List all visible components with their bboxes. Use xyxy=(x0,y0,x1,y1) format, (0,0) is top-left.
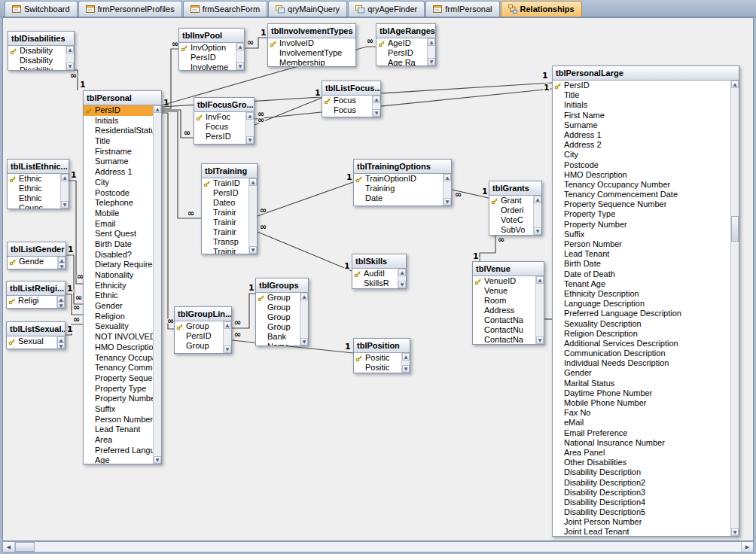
field-address[interactable]: Address xyxy=(473,306,535,315)
table-tblposition[interactable]: tblPositionPositicPositic▲▼ xyxy=(353,338,410,373)
field-counc[interactable]: Counc xyxy=(8,203,60,209)
field-ethnic[interactable]: Ethnic xyxy=(8,184,60,193)
field-grant[interactable]: Grant xyxy=(489,196,533,205)
field-contactna[interactable]: ContactNa xyxy=(473,315,535,325)
field-disability[interactable]: Disability xyxy=(8,46,66,56)
table-scrollbar[interactable]: ▲▼ xyxy=(401,353,410,373)
field-preferred-language-description[interactable]: Preferred Language Description xyxy=(553,309,730,318)
table-title[interactable]: tblInvolvementTypes xyxy=(268,24,355,38)
table-title[interactable]: tblFocusGro... xyxy=(194,98,254,112)
scroll-down-button[interactable]: ▼ xyxy=(373,109,380,117)
field-marital-status[interactable]: Marital Status xyxy=(553,379,730,388)
field-gender[interactable]: Gender xyxy=(84,301,153,312)
table-title[interactable]: tblListFocus... xyxy=(322,81,380,96)
field-first-name[interactable]: First Name xyxy=(553,111,730,120)
scroll-down-button[interactable]: ▼ xyxy=(246,136,254,144)
field-invoption[interactable]: InvOption xyxy=(179,43,236,53)
field-property-type[interactable]: Property Type xyxy=(84,384,153,394)
table-scrollbar[interactable]: ▲▼ xyxy=(398,269,406,288)
field-age-ra[interactable]: Age Ra xyxy=(376,58,427,65)
field-transp[interactable]: Transp xyxy=(202,237,248,247)
field-hmo-description[interactable]: HMO Description xyxy=(553,170,730,180)
field-auditi[interactable]: AuditI xyxy=(352,269,398,279)
field-involveme[interactable]: Involveme xyxy=(179,62,236,70)
field-involveid[interactable]: InvolveID xyxy=(268,38,355,48)
field-other-disabilities[interactable]: Other Disabilities xyxy=(553,458,730,467)
scroll-up-button[interactable]: ▲ xyxy=(58,257,66,263)
field-trainir[interactable]: Trainir xyxy=(202,208,248,218)
field-date-of-death[interactable]: Date of Death xyxy=(553,269,730,279)
tab-qrymainquery[interactable]: qryMainQuery xyxy=(268,1,347,17)
table-title[interactable]: tblPersonalLarge xyxy=(553,66,739,81)
table-title[interactable]: tblInvPool xyxy=(179,29,244,43)
field-ageid[interactable]: AgeID xyxy=(376,38,427,48)
field-group[interactable]: Group xyxy=(256,293,300,303)
field-individual-needs-description[interactable]: Individual Needs Description xyxy=(553,358,730,368)
field-persid[interactable]: PersID xyxy=(179,53,236,62)
field-contactnu[interactable]: ContactNu xyxy=(473,325,535,335)
table-scrollbar[interactable]: ▲▼ xyxy=(57,257,66,269)
scrollbar-track[interactable] xyxy=(249,186,257,246)
field-tenancy-occupancy-number[interactable]: Tenancy Occupancy Number xyxy=(553,180,730,190)
field-trainir[interactable]: Trainir xyxy=(202,247,248,254)
field-orderi[interactable]: Orderi xyxy=(489,205,533,215)
field-surname[interactable]: Surname xyxy=(553,120,730,130)
tab-frmpersonnelprofiles[interactable]: frmPersonnelProfiles xyxy=(78,1,182,17)
field-email[interactable]: Email xyxy=(84,219,153,230)
scroll-up-button[interactable]: ▲ xyxy=(731,81,739,88)
table-scrollbar[interactable]: ▲▼ xyxy=(443,174,451,205)
field-disability[interactable]: Disability xyxy=(8,56,66,65)
scroll-up-button[interactable]: ▲ xyxy=(428,38,435,46)
field-lead-tenant[interactable]: Lead Tenant xyxy=(84,425,153,435)
scroll-up-button[interactable]: ▲ xyxy=(536,276,544,284)
table-title[interactable]: tblListGender xyxy=(8,242,66,257)
scrollbar-track[interactable] xyxy=(66,53,74,62)
scrollbar-track[interactable] xyxy=(246,120,254,136)
scroll-up-button[interactable]: ▲ xyxy=(300,293,308,300)
table-tblpersonallarge[interactable]: tblPersonalLargePersIDTitleInitialsFirst… xyxy=(552,65,739,537)
field-city[interactable]: City xyxy=(553,150,730,160)
table-tbllistfocus[interactable]: tblListFocus...FocusFocus▲▼ xyxy=(322,81,381,117)
scroll-up-button[interactable]: ▲ xyxy=(61,174,69,181)
scroll-down-button[interactable]: ▼ xyxy=(402,365,410,373)
table-title[interactable]: tblGroupLin... xyxy=(175,307,231,321)
tab-frmsearchform[interactable]: frmSearchForm xyxy=(183,1,267,17)
field-title[interactable]: Title xyxy=(84,136,153,147)
field-group[interactable]: Group xyxy=(175,341,223,351)
table-scrollbar[interactable]: ▲▼ xyxy=(730,81,739,536)
scroll-down-button[interactable]: ▼ xyxy=(224,345,231,353)
field-initials[interactable]: Initials xyxy=(553,100,730,110)
field-language-description[interactable]: Language Description xyxy=(553,299,730,309)
field-disability-description5[interactable]: Disability Description5 xyxy=(553,507,730,517)
field-positic[interactable]: Positic xyxy=(354,353,401,363)
field-venueid[interactable]: VenueID xyxy=(473,276,535,286)
field-property-sequen[interactable]: Property Sequen xyxy=(84,373,153,384)
field-birth-date[interactable]: Birth Date xyxy=(84,239,153,250)
table-scrollbar[interactable]: ▲▼ xyxy=(236,43,244,70)
table-title[interactable]: tblSkills xyxy=(352,254,406,269)
field-date[interactable]: Date xyxy=(354,193,443,203)
field-focus[interactable]: Focus xyxy=(322,105,372,115)
table-title[interactable]: tblVenue xyxy=(473,262,544,276)
scroll-left-button[interactable]: ◀ xyxy=(3,542,15,552)
table-scrollbar[interactable]: ▲▼ xyxy=(153,105,161,464)
scrollbar-track[interactable] xyxy=(536,284,544,336)
field-initials[interactable]: Initials xyxy=(84,116,153,126)
field-subvo[interactable]: SubVo xyxy=(489,225,533,235)
field-membership[interactable]: Membership xyxy=(268,58,355,66)
table-tbllistreligi[interactable]: tblListReligi...Religi▲▼ xyxy=(6,281,66,309)
field-ethnic[interactable]: Ethnic xyxy=(84,291,153,301)
scroll-up-button[interactable]: ▲ xyxy=(534,196,541,203)
table-tbllistgender[interactable]: tblListGenderGende▲▼ xyxy=(7,242,66,269)
table-tblfocusgro[interactable]: tblFocusGro...InvFocFocusPersID▲▼ xyxy=(194,97,255,145)
scrollbar-track[interactable] xyxy=(300,300,308,338)
field-votec[interactable]: VoteC xyxy=(489,215,533,225)
scroll-down-button[interactable]: ▼ xyxy=(731,528,739,536)
field-persid[interactable]: PersID xyxy=(175,331,223,341)
field-gende[interactable]: Gende xyxy=(8,257,57,266)
field-preferred-langua[interactable]: Preferred Langua xyxy=(84,446,153,456)
field-postcode[interactable]: Postcode xyxy=(84,188,153,199)
field-address-1[interactable]: Address 1 xyxy=(84,167,153,178)
field-tenancy-commencement-date[interactable]: Tenancy Commencement Date xyxy=(553,190,730,199)
table-tbltrainingoptions[interactable]: tblTrainingOptionsTrainOptionIDTrainingD… xyxy=(353,159,452,206)
